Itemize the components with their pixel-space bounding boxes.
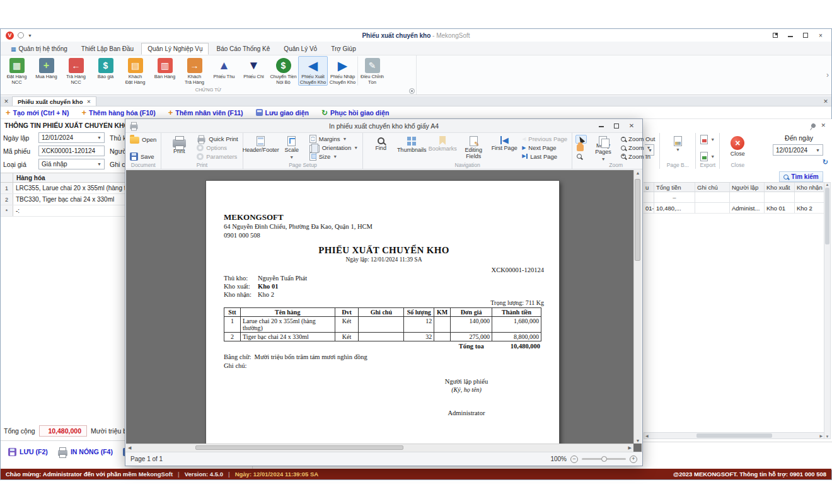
- ribbon-tab-quan-ly-nghiep-vu[interactable]: Quản Lý Nghiệp Vụ: [141, 43, 209, 55]
- new-button[interactable]: +Tạo mới (Ctrl + N): [6, 108, 69, 117]
- editing-fields-button[interactable]: Editing Fields: [459, 134, 488, 161]
- scroll-left-icon[interactable]: ◀: [645, 433, 649, 438]
- scroll-down-icon[interactable]: ▼: [826, 435, 829, 438]
- close-icon[interactable]: ✕: [821, 122, 826, 129]
- orientation-button[interactable]: Orientation▼: [308, 144, 359, 152]
- magnifier-tool-button[interactable]: [575, 152, 587, 161]
- ribbon-button-chuyen-tien-noi-bo[interactable]: Chuyển TiềnNội Bộ: [269, 56, 298, 86]
- scrollbar-thumb[interactable]: [195, 445, 403, 450]
- bookmarks-button[interactable]: Bookmarks: [428, 134, 457, 161]
- print-button[interactable]: Print: [165, 134, 194, 161]
- send-document-button[interactable]: ▼: [699, 152, 716, 161]
- loai-gia-combo[interactable]: Giá nhập▼: [38, 159, 105, 169]
- filter-cell[interactable]: [765, 192, 795, 203]
- add-item-button[interactable]: +Thêm hàng hóa (F10): [81, 108, 155, 117]
- scale-button[interactable]: Scale▼: [277, 134, 306, 161]
- hot-print-button[interactable]: IN NÓNG (F4): [58, 448, 113, 456]
- ribbon-button-dat-hang-ncc[interactable]: Đặt HàngNCC: [2, 56, 32, 86]
- page-background-button[interactable]: ▼: [663, 134, 692, 161]
- pin-icon[interactable]: [811, 122, 817, 129]
- ribbon-button-phieu-nhap-chuyen-kho[interactable]: Phiếu NhậpChuyển Kho: [328, 56, 357, 86]
- save-button[interactable]: LƯU (F2): [8, 448, 48, 456]
- ribbon-tab-quan-ly-vo[interactable]: Quản Lý Vỏ: [277, 43, 323, 55]
- chevron-down-icon[interactable]: ▼: [28, 33, 32, 38]
- ribbon-button-khach-tra-hang[interactable]: KháchTrả Hàng: [180, 56, 209, 86]
- scrollbar-thumb[interactable]: [635, 179, 640, 261]
- zoom-button[interactable]: Zoom▼: [620, 144, 656, 152]
- tab-phieu-xuat-chuyen-kho[interactable]: Phiếu xuất chuyển kho ✕: [12, 96, 96, 106]
- options-button[interactable]: Options: [195, 144, 239, 152]
- filter-cell[interactable]: –: [654, 192, 695, 203]
- scroll-down-icon[interactable]: ▼: [636, 438, 640, 443]
- add-employee-button[interactable]: +Thêm nhân viên (F11): [168, 108, 243, 117]
- search-button[interactable]: Tìm kiếm: [779, 171, 823, 182]
- ribbon-button-khach-dat-hang[interactable]: KháchĐặt Hàng: [120, 56, 150, 86]
- margins-button[interactable]: Margins▼: [308, 135, 359, 144]
- scrollbar-thumb[interactable]: [696, 433, 772, 438]
- restore-layout-button[interactable]: ↻Phục hồi giao diện: [321, 109, 389, 117]
- save-button[interactable]: Save: [129, 152, 158, 161]
- column-header[interactable]: Ghi chú: [695, 183, 730, 192]
- ribbon-button-dieu-chinh-ton[interactable]: Điều Chỉnh Tồn: [357, 56, 387, 86]
- zoom-in-button[interactable]: Zoom In: [620, 152, 656, 161]
- many-pages-button[interactable]: Many Pages▼: [589, 134, 618, 161]
- zoom-out-button[interactable]: −: [570, 455, 578, 463]
- open-button[interactable]: Open: [129, 135, 158, 144]
- close-preview-button[interactable]: ×Close: [723, 134, 752, 161]
- column-header[interactable]: Kho xuất: [765, 183, 795, 192]
- ngay-lap-combo[interactable]: 12/01/2024▼: [38, 132, 105, 143]
- table-row[interactable]: 01-1... 10,480,... Administ... Kho 01 Kh…: [644, 203, 824, 214]
- fit-window-button[interactable]: [768, 30, 782, 40]
- dialog-title-bar[interactable]: In phiếu xuất chuyển kho khổ giấy A4 ✕: [125, 119, 642, 133]
- scroll-left-icon[interactable]: ◀: [128, 445, 131, 450]
- maximize-button[interactable]: [799, 30, 812, 40]
- zoom-slider-thumb[interactable]: [601, 456, 607, 462]
- quick-access-icon[interactable]: [18, 32, 24, 38]
- zoom-in-button[interactable]: +: [630, 455, 637, 463]
- filter-cell[interactable]: [795, 192, 824, 203]
- next-page-button[interactable]: ▶Next Page: [521, 144, 569, 152]
- column-header[interactable]: Tổng tiền: [654, 183, 695, 192]
- filter-cell[interactable]: [730, 192, 765, 203]
- header-footer-button[interactable]: Header/Footer: [246, 134, 275, 161]
- horizontal-scrollbar[interactable]: ◀▶: [644, 432, 824, 439]
- scroll-up-icon[interactable]: ▲: [636, 171, 640, 175]
- zoom-out-button[interactable]: Zoom Out: [620, 135, 656, 144]
- ribbon-button-phieu-thu[interactable]: Phiếu Thu: [209, 56, 239, 80]
- filter-cell[interactable]: [695, 192, 730, 203]
- ribbon-button-phieu-xuat-chuyen-kho[interactable]: Phiếu XuấtChuyển Kho: [298, 56, 328, 86]
- zoom-slider[interactable]: [582, 458, 626, 460]
- dialog-maximize-button[interactable]: [610, 121, 623, 131]
- scroll-up-icon[interactable]: ▲: [826, 183, 829, 186]
- hand-tool-button[interactable]: [575, 144, 587, 152]
- ribbon-tab-tro-giup[interactable]: Trợ Giúp: [325, 43, 362, 55]
- vertical-scrollbar[interactable]: ▲▼: [824, 182, 831, 439]
- scroll-right-icon[interactable]: ▶: [628, 445, 632, 450]
- save-layout-button[interactable]: Lưu giao diện: [256, 109, 309, 117]
- scrollbar-thumb[interactable]: [825, 188, 829, 244]
- den-ngay-combo[interactable]: 12/01/2024 ▼: [773, 144, 823, 156]
- filter-cell[interactable]: [644, 192, 654, 203]
- thumbnails-button[interactable]: Thumbnails: [397, 134, 426, 161]
- size-button[interactable]: Size▼: [308, 152, 359, 161]
- dialog-minimize-button[interactable]: [594, 121, 608, 131]
- ribbon-button-mua-hang[interactable]: Mua Hàng: [32, 56, 61, 80]
- ribbon-button-ban-hang[interactable]: Bán Hàng: [150, 56, 180, 80]
- column-header[interactable]: Kho nhận: [795, 183, 824, 192]
- refresh-icon[interactable]: ↻: [823, 158, 828, 166]
- ribbon-tab-quan-tri-he-thong[interactable]: ▦Quản trị hệ thống: [4, 43, 74, 55]
- ribbon-collapse-icon[interactable]: ›: [826, 71, 829, 79]
- find-button[interactable]: Find: [366, 134, 395, 161]
- ribbon-tab-thiet-lap-ban-dau[interactable]: Thiết Lập Ban Đầu: [75, 43, 140, 55]
- dialog-close-button[interactable]: ✕: [625, 121, 638, 131]
- ma-phieu-input[interactable]: XCK00001-120124: [38, 146, 105, 156]
- close-panel-button[interactable]: ✕: [820, 96, 831, 106]
- ribbon-button-tra-hang-ncc[interactable]: Trả HàngNCC: [61, 56, 91, 86]
- last-page-button[interactable]: ▶Last Page: [521, 152, 569, 161]
- close-tab-icon[interactable]: ✕: [86, 99, 91, 105]
- minimize-button[interactable]: [783, 30, 797, 40]
- close-window-button[interactable]: ×: [814, 30, 828, 40]
- quick-print-button[interactable]: Quick Print: [195, 135, 239, 144]
- previous-page-button[interactable]: ◀Previous Page: [521, 135, 569, 144]
- ribbon-tab-bao-cao-thong-ke[interactable]: Báo Cáo Thống Kê: [210, 43, 276, 55]
